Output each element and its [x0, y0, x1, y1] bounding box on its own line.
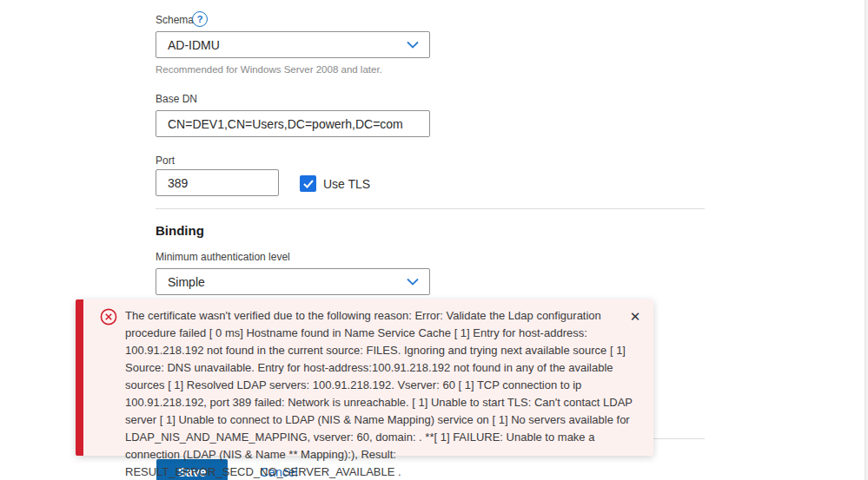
chevron-down-icon — [407, 278, 419, 286]
panel-right-edge — [865, 0, 868, 480]
min-auth-label: Minimum authentication level — [156, 251, 290, 263]
section-divider — [156, 208, 705, 209]
ldap-config-form: Schema ? AD-IDMU Recommended for Windows… — [0, 0, 868, 480]
use-tls-checkbox[interactable] — [300, 175, 316, 192]
close-icon[interactable]: ✕ — [627, 309, 643, 325]
use-tls-label: Use TLS — [323, 177, 370, 191]
chevron-down-icon — [407, 41, 419, 49]
port-input[interactable] — [156, 169, 279, 196]
port-label: Port — [156, 155, 175, 167]
error-circle-x-icon — [100, 308, 117, 325]
checkmark-icon — [303, 180, 314, 188]
base-dn-label: Base DN — [156, 93, 197, 105]
error-message: The certificate wasn't verified due to t… — [125, 307, 633, 480]
schema-label: Schema — [156, 14, 194, 26]
min-auth-select[interactable]: Simple — [156, 268, 430, 295]
help-icon[interactable]: ? — [192, 11, 208, 27]
base-dn-input[interactable] — [156, 110, 430, 137]
error-alert: The certificate wasn't verified due to t… — [76, 299, 653, 456]
schema-select[interactable]: AD-IDMU — [156, 31, 430, 58]
schema-select-value: AD-IDMU — [168, 38, 220, 52]
min-auth-select-value: Simple — [168, 275, 205, 289]
binding-heading: Binding — [156, 223, 204, 238]
schema-helper-text: Recommended for Windows Server 2008 and … — [156, 64, 382, 75]
